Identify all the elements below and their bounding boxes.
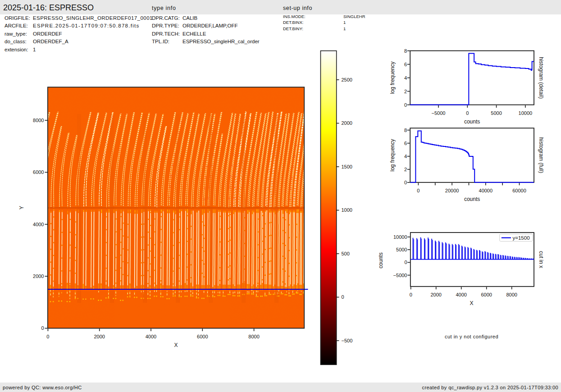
svg-text:histogram (full): histogram (full) [538, 137, 544, 173]
svg-text:ORDERDEF,LAMP,OFF: ORDERDEF,LAMP,OFF [182, 23, 237, 28]
svg-text:5000: 5000 [396, 247, 407, 252]
svg-text:8: 8 [404, 48, 407, 54]
svg-text:−500: −500 [342, 338, 353, 343]
svg-text:counts: counts [378, 252, 384, 268]
svg-text:1500: 1500 [342, 164, 352, 169]
svg-text:2000: 2000 [430, 292, 441, 297]
svg-text:0: 0 [404, 180, 407, 185]
svg-text:2025-01-16: ESPRESSO: 2025-01-16: ESPRESSO [3, 3, 94, 12]
svg-text:log frequency: log frequency [389, 139, 396, 171]
svg-text:0: 0 [46, 334, 49, 339]
svg-text:INS.MODE:: INS.MODE: [283, 14, 306, 19]
svg-text:1: 1 [343, 20, 346, 25]
svg-text:4: 4 [404, 75, 407, 81]
svg-text:6000: 6000 [197, 334, 208, 339]
svg-text:counts: counts [464, 196, 480, 202]
svg-text:60000: 60000 [512, 188, 526, 193]
svg-text:log frequency: log frequency [389, 62, 396, 94]
svg-text:10000: 10000 [519, 110, 533, 116]
svg-text:4: 4 [404, 154, 407, 159]
svg-text:10000: 10000 [393, 234, 407, 240]
svg-text:DET.BINY:: DET.BINY: [283, 26, 303, 31]
svg-text:500: 500 [342, 251, 350, 256]
svg-text:cut in x: cut in x [538, 251, 544, 268]
svg-text:ESPRE.2025-01-17T09:07:50.878.: ESPRE.2025-01-17T09:07:50.878.fits [33, 23, 140, 28]
svg-text:ECHELLE: ECHELLE [182, 31, 206, 36]
svg-text:0: 0 [417, 188, 420, 193]
svg-text:Y: Y [18, 206, 25, 210]
svg-text:4000: 4000 [146, 334, 156, 339]
svg-text:1000: 1000 [342, 207, 352, 213]
svg-text:6: 6 [404, 62, 407, 67]
svg-text:4000: 4000 [33, 222, 44, 227]
svg-text:counts: counts [464, 119, 480, 125]
svg-text:DPR.TYPE:: DPR.TYPE: [152, 23, 179, 28]
svg-text:ARCFILE:: ARCFILE: [5, 23, 28, 28]
svg-text:6000: 6000 [33, 169, 44, 175]
svg-text:powered by QC: www.eso.org/HC: powered by QC: www.eso.org/HC [3, 385, 82, 390]
svg-text:set-up info: set-up info [283, 5, 312, 11]
svg-text:−5000: −5000 [432, 110, 446, 116]
svg-text:DPR.CATG:: DPR.CATG: [152, 15, 180, 21]
svg-text:2: 2 [404, 89, 407, 94]
svg-text:0: 0 [404, 102, 407, 108]
svg-text:ESPRESSO_SINGLEHR_ORDERDEF017_: ESPRESSO_SINGLEHR_ORDERDEF017_0001 [33, 15, 153, 21]
svg-text:0: 0 [466, 110, 469, 116]
svg-text:2: 2 [404, 167, 407, 172]
svg-text:8000: 8000 [506, 292, 517, 297]
svg-text:X: X [470, 300, 474, 306]
svg-text:cut in y not configured: cut in y not configured [445, 334, 498, 339]
svg-text:do_class:: do_class: [5, 39, 27, 44]
svg-text:0: 0 [410, 292, 412, 297]
svg-text:created by qc_rawdisp.py v1.2.: created by qc_rawdisp.py v1.2.3 on 2025-… [422, 385, 558, 390]
svg-text:SINGLEHR: SINGLEHR [343, 14, 365, 19]
svg-text:X: X [174, 342, 178, 348]
svg-text:8000: 8000 [248, 334, 259, 339]
svg-text:TPL.ID:: TPL.ID: [152, 39, 169, 44]
svg-text:histogram (detail): histogram (detail) [538, 57, 544, 99]
svg-text:type info: type info [152, 5, 176, 11]
svg-text:40000: 40000 [479, 188, 493, 193]
svg-text:5000: 5000 [491, 110, 502, 116]
svg-text:ORDERDEF_A: ORDERDEF_A [33, 39, 68, 44]
svg-text:−5000: −5000 [393, 273, 407, 278]
svg-text:raw_type:: raw_type: [5, 31, 27, 36]
svg-text:ORIGFILE:: ORIGFILE: [5, 15, 30, 21]
svg-text:1: 1 [33, 47, 36, 52]
svg-text:CALIB: CALIB [182, 15, 198, 21]
svg-text:0: 0 [404, 260, 407, 265]
svg-text:1: 1 [343, 26, 346, 31]
svg-text:ORDERDEF: ORDERDEF [33, 31, 62, 36]
svg-text:0: 0 [342, 294, 344, 300]
svg-text:8000: 8000 [33, 118, 44, 123]
svg-text:ESPRESSO_singleHR_cal_order: ESPRESSO_singleHR_cal_order [182, 39, 260, 44]
svg-text:6: 6 [404, 141, 407, 146]
svg-text:0: 0 [41, 325, 44, 331]
svg-text:extension:: extension: [5, 47, 28, 52]
svg-text:y=1500: y=1500 [513, 235, 530, 241]
svg-text:2000: 2000 [342, 120, 352, 126]
svg-text:DET.BINX:: DET.BINX: [283, 20, 303, 25]
svg-text:2500: 2500 [342, 77, 352, 82]
svg-text:6000: 6000 [481, 292, 492, 297]
svg-text:20000: 20000 [445, 188, 459, 193]
svg-text:2000: 2000 [94, 334, 105, 339]
svg-text:8: 8 [404, 128, 407, 133]
svg-text:DPR.TECH:: DPR.TECH: [152, 31, 180, 36]
svg-text:4000: 4000 [456, 292, 466, 297]
svg-text:2000: 2000 [33, 273, 44, 279]
